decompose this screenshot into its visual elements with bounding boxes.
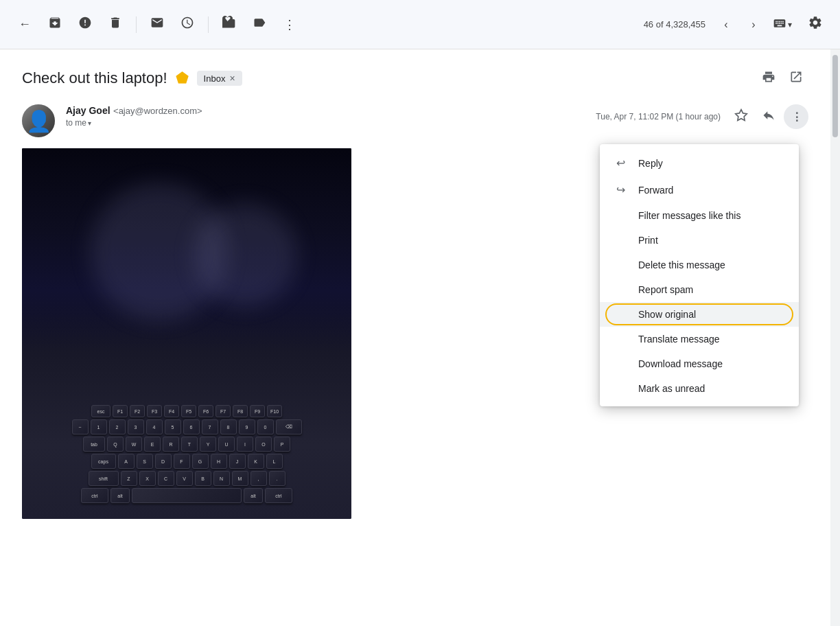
email-meta: Ajay Goel <ajay@wordzen.com> to me ▾ [66,104,585,128]
key-caps: caps [91,454,116,469]
archive-button[interactable] [41,11,69,38]
menu-item-reply[interactable]: ↩ Reply [600,150,799,176]
sender-avatar [22,104,55,137]
key-4: 4 [146,419,163,434]
scrollbar[interactable] [830,49,840,626]
key-v: V [176,471,193,486]
menu-item-report-spam[interactable]: Report spam [600,277,799,302]
star-icon [734,108,748,126]
key-tilde: ~ [72,419,89,434]
open-new-window-button[interactable] [784,66,808,91]
email-timestamp: Tue, Apr 7, 11:02 PM (1 hour ago) [596,112,721,121]
reply-button[interactable] [756,104,781,129]
snooze-button[interactable] [174,11,201,38]
divider-1 [136,16,137,33]
key-5: 5 [165,419,181,434]
menu-translate-label: Translate message [638,334,785,345]
move-icon [222,16,236,33]
subject-arrow-icon: ⬟ [176,69,189,87]
key-backspace: ⌫ [276,419,302,434]
more-vertical-icon: ⋮ [791,111,802,124]
mark-unread-button[interactable] [143,11,171,38]
menu-item-print[interactable]: Print [600,228,799,253]
key-tab: tab [83,437,105,452]
sender-email: <ajay@wordzen.com> [113,106,202,116]
delete-button[interactable] [102,11,129,38]
spam-icon [78,16,92,33]
key-f7: F7 [215,405,231,417]
key-9: 9 [239,419,255,434]
key-n: N [213,471,230,486]
menu-item-show-original[interactable]: Show original [600,302,799,327]
to-me-chevron: ▾ [88,119,91,127]
key-6: 6 [183,419,200,434]
key-comma: , [250,471,267,486]
mark-unread-icon [150,16,164,33]
key-f1: F1 [113,405,128,417]
key-7: 7 [202,419,218,434]
key-f5: F5 [181,405,196,417]
key-ctrl: ctrl [81,488,108,503]
email-subject: Check out this laptop! [22,69,167,87]
key-row-num: ~ 1 2 3 4 5 6 7 8 9 0 ⌫ [29,419,345,434]
scrollbar-thumb[interactable] [832,55,838,137]
key-row-qwerty: tab Q W E R T Y U I O P [29,437,345,452]
settings-button[interactable] [802,11,829,38]
key-shift-l: shift [89,471,119,486]
prev-icon: ‹ [724,19,727,31]
subject-row: Check out this laptop! ⬟ Inbox × [22,66,808,91]
star-button[interactable] [729,104,754,129]
back-icon: ← [19,17,31,32]
key-d: D [155,454,172,469]
key-3: 3 [128,419,144,434]
label-button[interactable] [246,11,273,38]
key-i: I [237,437,253,452]
key-f10: F10 [267,405,282,417]
label-icon [253,16,266,33]
subject-right [756,66,808,91]
key-y: Y [200,437,216,452]
keyboard-dropdown-icon: ▾ [788,20,792,30]
key-c: C [158,471,174,486]
menu-item-download[interactable]: Download message [600,351,799,376]
inbox-tag-remove[interactable]: × [229,73,235,84]
print-icon [762,70,775,87]
menu-item-delete[interactable]: Delete this message [600,253,799,277]
key-q: Q [107,437,124,452]
avatar-image [22,104,55,137]
sender-info: Ajay Goel <ajay@wordzen.com> [66,104,585,117]
key-k: K [248,454,264,469]
key-f3: F3 [147,405,162,417]
keyboard-keys: esc F1 F2 F3 F4 F5 F6 F7 F8 F9 F10 [29,405,345,505]
move-button[interactable] [215,11,243,38]
to-me[interactable]: to me ▾ [66,118,585,128]
menu-item-translate[interactable]: Translate message [600,327,799,351]
divider-2 [208,16,209,33]
key-p: P [274,437,290,452]
more-dots-icon: ⋮ [283,17,296,32]
spam-button[interactable] [71,11,99,38]
snooze-icon [180,16,194,33]
more-toolbar-button[interactable]: ⋮ [276,11,303,38]
menu-item-mark-unread[interactable]: Mark as unread [600,376,799,401]
menu-download-label: Download message [638,358,785,369]
menu-item-forward[interactable]: ↪ Forward [600,176,799,203]
key-t: T [181,437,198,452]
menu-mark-unread-label: Mark as unread [638,383,785,394]
prev-email-button[interactable]: ‹ [714,12,738,37]
email-more-button[interactable]: ⋮ [784,104,808,129]
print-button[interactable] [756,66,781,91]
to-me-label: to me [66,118,86,128]
key-row-asdf: caps A S D F G H J K L [29,454,345,469]
key-g: G [192,454,209,469]
key-f: F [174,454,190,469]
key-u: U [218,437,235,452]
key-row-zxcv: shift Z X C V B N M , . [29,471,345,486]
key-j: J [229,454,246,469]
menu-item-filter[interactable]: Filter messages like this [600,203,799,228]
dropdown-menu: ↩ Reply ↪ Forward Filter messages like t… [600,144,799,406]
next-email-button[interactable]: › [741,12,766,37]
reply-icon [762,108,775,126]
back-button[interactable]: ← [11,11,38,38]
keyboard-toggle-button[interactable]: ▾ [769,14,796,36]
